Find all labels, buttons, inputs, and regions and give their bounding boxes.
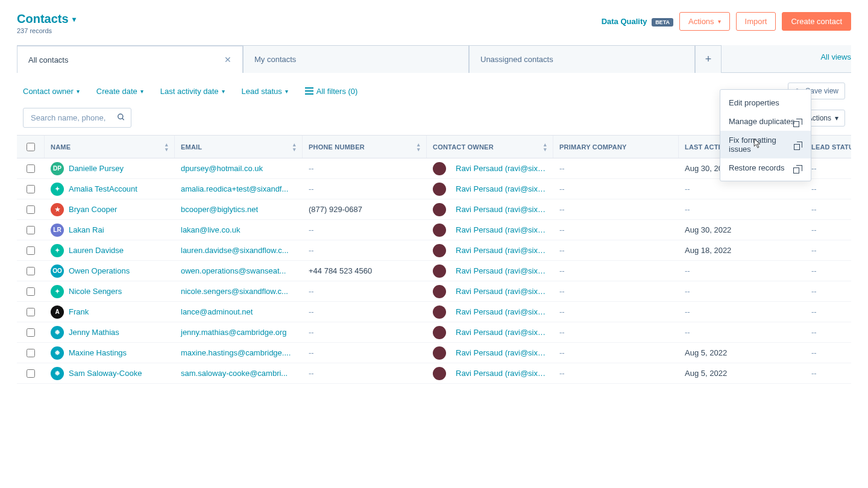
contact-name: Nicole Sengers: [69, 287, 122, 296]
view-tab[interactable]: All contacts✕: [17, 45, 243, 73]
col-header-email[interactable]: EMAIL▴▾: [175, 136, 303, 158]
contact-email-link[interactable]: owen.operations@swanseat...: [175, 266, 303, 275]
import-button[interactable]: Import: [736, 12, 776, 31]
contact-name: Owen Operations: [69, 266, 130, 275]
contact-email-link[interactable]: lakan@live.co.uk: [175, 225, 303, 234]
contact-email-link[interactable]: lauren.davidse@sixandflow.c...: [175, 246, 303, 255]
contact-name-link[interactable]: ✦Nicole Sengers: [51, 285, 169, 298]
filter-last-activity[interactable]: Last activity date▾: [160, 87, 225, 96]
contact-name-link[interactable]: AFrank: [51, 305, 169, 319]
sort-icon: ▴▾: [417, 142, 420, 152]
contact-name-link[interactable]: ❉Sam Saloway-Cooke: [51, 367, 169, 380]
lead-status: --: [805, 307, 851, 316]
contact-owner-link[interactable]: Ravi Persaud (ravi@sixa...: [433, 326, 547, 339]
row-checkbox[interactable]: [27, 328, 35, 337]
contact-name-link[interactable]: ★Bryan Cooper: [51, 203, 169, 216]
contact-name: Sam Saloway-Cooke: [69, 369, 142, 378]
chevron-down-icon: ▾: [835, 114, 838, 122]
external-link-icon: [796, 119, 802, 125]
primary-company: --: [553, 246, 679, 255]
row-checkbox[interactable]: [27, 369, 35, 378]
contact-phone: +44 784 523 4560: [303, 266, 427, 275]
chevron-down-icon: ▾: [72, 15, 76, 23]
contact-owner-link[interactable]: Ravi Persaud (ravi@sixa...: [433, 162, 547, 175]
menu-item-fix-formatting[interactable]: Fix formatting issues: [720, 131, 811, 158]
contact-phone: --: [303, 287, 427, 296]
contact-owner-link[interactable]: Ravi Persaud (ravi@sixa...: [433, 224, 547, 237]
search-input[interactable]: [23, 108, 131, 128]
row-checkbox[interactable]: [27, 205, 35, 214]
contact-email-link[interactable]: dpursey@hotmail.co.uk: [175, 164, 303, 173]
contact-email-link[interactable]: amalia.reodica+test@sixandf...: [175, 184, 303, 193]
col-header-phone[interactable]: PHONE NUMBER▴▾: [303, 136, 427, 158]
contact-name-link[interactable]: ❉Maxine Hastings: [51, 346, 169, 360]
contact-email-link[interactable]: bcooper@biglytics.net: [175, 205, 303, 214]
contact-email-link[interactable]: sam.saloway-cooke@cambri...: [175, 369, 303, 378]
contact-owner-link[interactable]: Ravi Persaud (ravi@sixa...: [433, 244, 547, 257]
col-header-company[interactable]: PRIMARY COMPANY: [553, 136, 679, 158]
create-contact-button[interactable]: Create contact: [782, 12, 851, 31]
col-header-owner[interactable]: CONTACT OWNER▴▾: [427, 136, 553, 158]
avatar: ★: [51, 203, 64, 216]
contact-name-link[interactable]: ✦Lauren Davidse: [51, 244, 169, 257]
primary-company: --: [553, 184, 679, 193]
col-header-name[interactable]: NAME▴▾: [45, 136, 175, 158]
filter-contact-owner[interactable]: Contact owner▾: [23, 87, 80, 96]
all-views-link[interactable]: All views: [813, 45, 851, 72]
menu-item-edit-properties[interactable]: Edit properties: [720, 93, 811, 112]
col-header-lead-status[interactable]: LEAD STATUS: [805, 136, 851, 158]
add-view-button[interactable]: +: [695, 45, 722, 73]
row-checkbox[interactable]: [27, 185, 35, 193]
page-title-dropdown[interactable]: Contacts ▾: [17, 12, 76, 26]
table-row: ✦Amalia TestAccountamalia.reodica+test@s…: [17, 179, 851, 199]
close-icon[interactable]: ✕: [224, 55, 231, 64]
chevron-down-icon: ▾: [222, 88, 225, 95]
contact-owner-link[interactable]: Ravi Persaud (ravi@sixa...: [433, 264, 547, 278]
contact-phone: --: [303, 246, 427, 255]
owner-name: Ravi Persaud (ravi@sixa...: [456, 246, 547, 255]
contact-email-link[interactable]: nicole.sengers@sixandflow.c...: [175, 287, 303, 296]
avatar: OO: [51, 264, 64, 278]
actions-button[interactable]: Actions ▾: [679, 12, 730, 31]
contact-owner-link[interactable]: Ravi Persaud (ravi@sixa...: [433, 346, 547, 360]
row-checkbox[interactable]: [27, 164, 35, 173]
row-checkbox[interactable]: [27, 226, 35, 234]
contact-name-link[interactable]: LRLakan Rai: [51, 224, 169, 237]
contact-owner-link[interactable]: Ravi Persaud (ravi@sixa...: [433, 305, 547, 319]
view-tab[interactable]: Unassigned contacts: [469, 45, 695, 73]
contact-name-link[interactable]: ❉Jenny Mathias: [51, 326, 169, 339]
contact-name: Lauren Davidse: [69, 246, 124, 255]
owner-name: Ravi Persaud (ravi@sixa...: [456, 205, 547, 214]
menu-item-restore-records[interactable]: Restore records: [720, 158, 811, 177]
filter-create-date[interactable]: Create date▾: [96, 87, 143, 96]
row-checkbox[interactable]: [27, 308, 35, 316]
contact-owner-link[interactable]: Ravi Persaud (ravi@sixa...: [433, 367, 547, 380]
contact-email-link[interactable]: maxine.hastings@cambridge....: [175, 348, 303, 357]
contact-phone: --: [303, 164, 427, 173]
contact-email-link[interactable]: jenny.mathias@cambridge.org: [175, 328, 303, 337]
avatar: [433, 346, 446, 360]
contact-owner-link[interactable]: Ravi Persaud (ravi@sixa...: [433, 183, 547, 196]
owner-name: Ravi Persaud (ravi@sixa...: [456, 164, 547, 173]
contact-owner-link[interactable]: Ravi Persaud (ravi@sixa...: [433, 285, 547, 298]
data-quality-link[interactable]: Data Quality BETA: [602, 17, 673, 26]
contact-name-link[interactable]: DPDanielle Pursey: [51, 162, 169, 175]
row-checkbox[interactable]: [27, 349, 35, 357]
row-checkbox[interactable]: [27, 287, 35, 296]
table-row: ★Bryan Cooperbcooper@biglytics.net(877) …: [17, 199, 851, 220]
row-checkbox[interactable]: [27, 267, 35, 275]
contact-name-link[interactable]: ✦Amalia TestAccount: [51, 183, 169, 196]
view-tab[interactable]: My contacts: [243, 45, 469, 73]
row-checkbox[interactable]: [27, 246, 35, 255]
contact-name-link[interactable]: OOOwen Operations: [51, 264, 169, 278]
contact-name: Amalia TestAccount: [69, 184, 137, 193]
contact-name: Frank: [69, 307, 89, 316]
filter-lead-status[interactable]: Lead status▾: [242, 87, 288, 96]
contact-name: Jenny Mathias: [69, 328, 119, 337]
all-filters-button[interactable]: All filters (0): [305, 87, 358, 96]
contact-email-link[interactable]: lance@adminout.net: [175, 307, 303, 316]
menu-item-manage-duplicates[interactable]: Manage duplicates: [720, 112, 811, 131]
select-all-checkbox[interactable]: [27, 143, 35, 151]
view-tabs: All contacts✕My contactsUnassigned conta…: [17, 45, 851, 73]
contact-owner-link[interactable]: Ravi Persaud (ravi@sixa...: [433, 203, 547, 216]
